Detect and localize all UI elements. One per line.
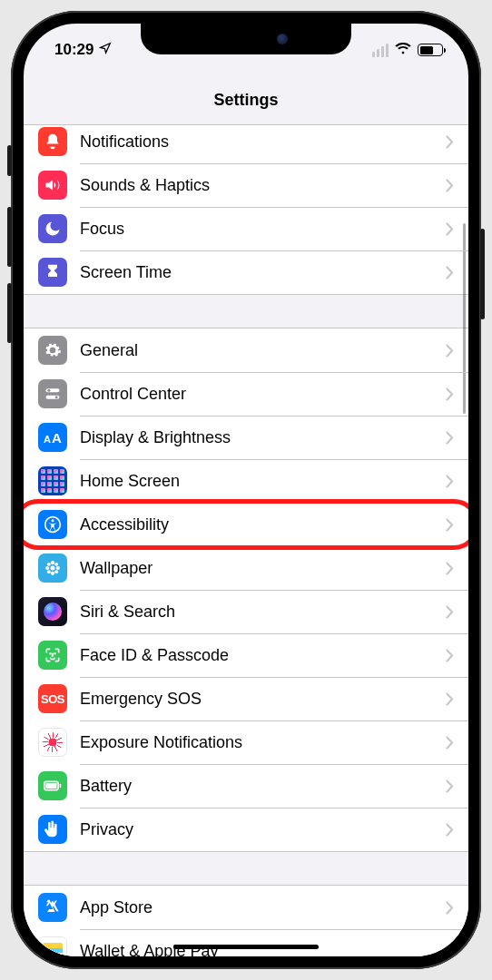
chevron-right-icon	[446, 901, 454, 915]
silence-switch[interactable]	[7, 145, 12, 176]
settings-row-wallpaper[interactable]: Wallpaper	[24, 546, 468, 590]
hand-icon	[38, 815, 67, 844]
navbar: Settings	[24, 76, 468, 125]
page-title: Settings	[213, 91, 278, 110]
settings-row-label: Notifications	[80, 132, 446, 152]
battery-icon	[38, 771, 67, 800]
settings-row-battery[interactable]: Battery	[24, 764, 468, 808]
front-camera	[277, 34, 288, 44]
gear-icon	[38, 336, 67, 365]
chevron-right-icon	[446, 222, 454, 236]
svg-point-15	[50, 653, 51, 654]
settings-row-privacy[interactable]: Privacy	[24, 808, 468, 851]
settings-row-label: Focus	[80, 220, 446, 239]
status-time: 10:29	[54, 41, 93, 59]
svg-rect-19	[60, 784, 62, 789]
location-icon	[99, 41, 112, 59]
svg-point-9	[45, 566, 49, 570]
settings-row-home-screen[interactable]: Home Screen	[24, 459, 468, 503]
chevron-right-icon	[446, 518, 454, 532]
svg-point-8	[51, 572, 54, 575]
chevron-right-icon	[446, 692, 454, 706]
settings-row-label: Accessibility	[80, 515, 446, 534]
status-left: 10:29	[54, 41, 112, 59]
svg-point-12	[54, 563, 58, 566]
siri-icon	[38, 597, 67, 626]
svg-point-14	[54, 570, 58, 573]
svg-point-1	[47, 389, 50, 392]
settings-group: NotificationsSounds & HapticsFocusScreen…	[24, 125, 468, 295]
settings-group: GeneralControl CenterAADisplay & Brightn…	[24, 328, 468, 852]
chevron-right-icon	[446, 605, 454, 619]
chevron-right-icon	[446, 779, 454, 793]
appstore-icon	[38, 893, 67, 922]
switches-icon	[38, 379, 67, 408]
wallet-icon	[38, 936, 67, 956]
settings-row-focus[interactable]: Focus	[24, 207, 468, 250]
home-indicator[interactable]	[173, 945, 319, 949]
svg-point-3	[55, 396, 58, 398]
accessibility-icon	[38, 510, 67, 539]
settings-row-notifications[interactable]: Notifications	[24, 125, 468, 163]
settings-row-label: Face ID & Passcode	[80, 646, 446, 665]
settings-row-label: Emergency SOS	[80, 690, 446, 709]
chevron-right-icon	[446, 387, 454, 401]
wifi-icon	[395, 41, 411, 59]
settings-row-label: Privacy	[80, 820, 446, 839]
chevron-right-icon	[446, 736, 454, 750]
settings-row-display-brightness[interactable]: AADisplay & Brightness	[24, 416, 468, 459]
chevron-right-icon	[446, 135, 454, 149]
settings-row-label: General	[80, 341, 446, 360]
settings-row-face-id-passcode[interactable]: Face ID & Passcode	[24, 633, 468, 677]
settings-row-app-store[interactable]: App Store	[24, 886, 468, 929]
chevron-right-icon	[446, 823, 454, 837]
svg-point-13	[47, 570, 51, 573]
flower-icon	[38, 554, 67, 583]
phone-frame: 10:29 Settings NotificationsSounds & Hap…	[11, 11, 481, 969]
settings-row-exposure-notifications[interactable]: Exposure Notifications	[24, 720, 468, 764]
screen: 10:29 Settings NotificationsSounds & Hap…	[24, 24, 468, 956]
chevron-right-icon	[446, 431, 454, 445]
exposure-icon	[38, 728, 67, 757]
chevron-right-icon	[446, 179, 454, 192]
chevron-right-icon	[446, 649, 454, 662]
settings-row-general[interactable]: General	[24, 328, 468, 372]
chevron-right-icon	[446, 344, 454, 358]
chevron-right-icon	[446, 945, 454, 957]
cellular-signal-icon	[372, 44, 389, 57]
settings-row-label: Display & Brightness	[80, 428, 446, 447]
settings-row-emergency-sos[interactable]: SOSEmergency SOS	[24, 677, 468, 720]
bell-icon	[38, 127, 67, 156]
settings-row-label: Sounds & Haptics	[80, 176, 446, 195]
svg-rect-18	[45, 783, 56, 789]
faceid-icon	[38, 641, 67, 670]
settings-row-label: Wallpaper	[80, 559, 446, 578]
sos-icon: SOS	[38, 684, 67, 713]
settings-row-label: Screen Time	[80, 263, 446, 282]
settings-row-wallet-apple-pay[interactable]: Wallet & Apple Pay	[24, 929, 468, 956]
settings-row-control-center[interactable]: Control Center	[24, 372, 468, 416]
svg-point-5	[52, 519, 54, 522]
settings-row-label: App Store	[80, 898, 446, 917]
chevron-right-icon	[446, 562, 454, 575]
settings-row-label: Control Center	[80, 385, 446, 404]
volume-down-button[interactable]	[7, 283, 12, 343]
settings-row-screen-time[interactable]: Screen Time	[24, 250, 468, 294]
settings-row-label: Siri & Search	[80, 603, 446, 622]
aa-icon: AA	[38, 423, 67, 452]
settings-list[interactable]: NotificationsSounds & HapticsFocusScreen…	[24, 125, 468, 956]
settings-row-accessibility[interactable]: Accessibility	[24, 503, 468, 546]
svg-point-6	[51, 566, 55, 571]
svg-point-7	[51, 561, 54, 564]
settings-row-siri-search[interactable]: Siri & Search	[24, 590, 468, 633]
settings-row-label: Battery	[80, 777, 446, 796]
settings-row-label: Exposure Notifications	[80, 733, 446, 752]
chevron-right-icon	[446, 475, 454, 488]
chevron-right-icon	[446, 266, 454, 279]
speaker-icon	[38, 171, 67, 200]
volume-up-button[interactable]	[7, 207, 12, 267]
moon-icon	[38, 214, 67, 243]
settings-row-sounds-haptics[interactable]: Sounds & Haptics	[24, 163, 468, 207]
svg-point-16	[54, 653, 55, 654]
power-button[interactable]	[480, 229, 485, 319]
